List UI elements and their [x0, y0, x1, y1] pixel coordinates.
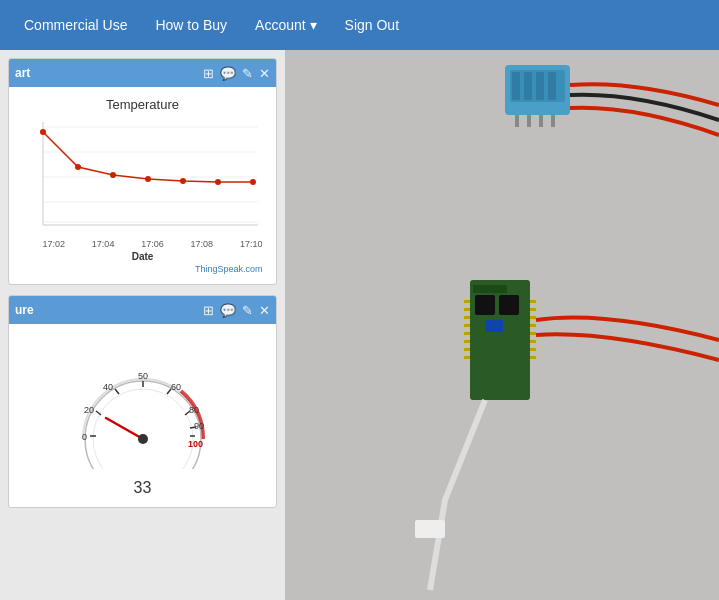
- nav-account[interactable]: Account ▾: [241, 9, 330, 41]
- svg-text:50: 50: [138, 371, 148, 381]
- chart-x-labels: 17:02 17:04 17:06 17:08 17:10: [43, 239, 263, 249]
- svg-rect-57: [464, 356, 470, 359]
- svg-text:20: 20: [84, 405, 94, 415]
- chart-edit-icon[interactable]: ✎: [242, 66, 253, 81]
- svg-rect-56: [464, 348, 470, 351]
- temperature-chart-widget: art ⊞ 💬 ✎ ✕ Temperature: [8, 58, 277, 285]
- chart-title: Temperature: [106, 97, 179, 112]
- x-label-0: 17:02: [43, 239, 66, 249]
- x-label-2: 17:06: [141, 239, 164, 249]
- gauge-widget-icons: ⊞ 💬 ✎ ✕: [203, 303, 270, 318]
- svg-point-11: [180, 178, 186, 184]
- temperature-chart-svg: [23, 117, 263, 237]
- nav-commercial-use[interactable]: Commercial Use: [10, 9, 141, 41]
- gauge-close-icon[interactable]: ✕: [259, 303, 270, 318]
- gauge-widget-title: ure: [15, 303, 34, 317]
- chart-widget-title: art: [15, 66, 30, 80]
- navbar: Commercial Use How to Buy Account ▾ Sign…: [0, 0, 719, 50]
- svg-rect-63: [530, 340, 536, 343]
- chart-area: [23, 117, 263, 237]
- svg-rect-62: [530, 332, 536, 335]
- chart-widget-toolbar: art ⊞ 💬 ✎ ✕: [9, 59, 276, 87]
- main-content: art ⊞ 💬 ✎ ✕ Temperature: [0, 50, 719, 600]
- hardware-svg: [285, 50, 719, 600]
- svg-point-10: [145, 176, 151, 182]
- svg-point-33: [138, 434, 148, 444]
- svg-rect-40: [548, 72, 556, 100]
- svg-rect-42: [527, 115, 531, 127]
- svg-text:0: 0: [82, 432, 87, 442]
- svg-point-12: [215, 179, 221, 185]
- svg-rect-54: [464, 332, 470, 335]
- svg-rect-37: [512, 72, 520, 100]
- left-panel: art ⊞ 💬 ✎ ✕ Temperature: [0, 50, 285, 600]
- x-label-4: 17:10: [240, 239, 263, 249]
- svg-rect-47: [499, 295, 519, 315]
- gauge-svg: 0 20 40 50 60: [68, 339, 218, 469]
- gauge-container: 0 20 40 50 60: [68, 339, 218, 469]
- svg-text:90: 90: [194, 421, 204, 431]
- gauge-value: 33: [134, 479, 152, 497]
- svg-rect-49: [473, 285, 507, 293]
- svg-rect-60: [530, 316, 536, 319]
- right-panel: [285, 50, 719, 600]
- chart-expand-icon[interactable]: ⊞: [203, 66, 214, 81]
- svg-point-9: [110, 172, 116, 178]
- chart-widget-icons: ⊞ 💬 ✎ ✕: [203, 66, 270, 81]
- svg-rect-65: [530, 356, 536, 359]
- gauge-edit-icon[interactable]: ✎: [242, 303, 253, 318]
- svg-rect-51: [464, 308, 470, 311]
- svg-rect-38: [524, 72, 532, 100]
- svg-point-13: [250, 179, 256, 185]
- svg-point-8: [75, 164, 81, 170]
- svg-text:80: 80: [189, 405, 199, 415]
- hardware-photo: [285, 50, 719, 600]
- svg-rect-41: [515, 115, 519, 127]
- svg-text:60: 60: [171, 382, 181, 392]
- svg-rect-48: [485, 320, 503, 332]
- svg-rect-39: [536, 72, 544, 100]
- svg-rect-50: [464, 300, 470, 303]
- nav-how-to-buy[interactable]: How to Buy: [141, 9, 241, 41]
- svg-rect-61: [530, 324, 536, 327]
- svg-rect-58: [530, 300, 536, 303]
- svg-rect-64: [530, 348, 536, 351]
- chart-comment-icon[interactable]: 💬: [220, 66, 236, 81]
- svg-point-7: [40, 129, 46, 135]
- svg-text:40: 40: [103, 382, 113, 392]
- x-label-3: 17:08: [191, 239, 214, 249]
- gauge-widget-toolbar: ure ⊞ 💬 ✎ ✕: [9, 296, 276, 324]
- svg-rect-52: [464, 316, 470, 319]
- svg-rect-43: [539, 115, 543, 127]
- svg-rect-53: [464, 324, 470, 327]
- chart-widget-body: Temperature: [9, 87, 276, 284]
- gauge-expand-icon[interactable]: ⊞: [203, 303, 214, 318]
- chart-close-icon[interactable]: ✕: [259, 66, 270, 81]
- svg-rect-44: [551, 115, 555, 127]
- svg-rect-66: [415, 520, 445, 538]
- svg-rect-46: [475, 295, 495, 315]
- x-label-1: 17:04: [92, 239, 115, 249]
- nav-sign-out[interactable]: Sign Out: [331, 9, 413, 41]
- svg-rect-59: [530, 308, 536, 311]
- thingspeak-attribution: ThingSpeak.com: [23, 264, 263, 274]
- gauge-comment-icon[interactable]: 💬: [220, 303, 236, 318]
- svg-rect-55: [464, 340, 470, 343]
- chart-x-axis-title: Date: [132, 251, 154, 262]
- gauge-widget-body: 0 20 40 50 60: [9, 324, 276, 507]
- svg-text:100: 100: [188, 439, 203, 449]
- gauge-widget-card: ure ⊞ 💬 ✎ ✕: [8, 295, 277, 508]
